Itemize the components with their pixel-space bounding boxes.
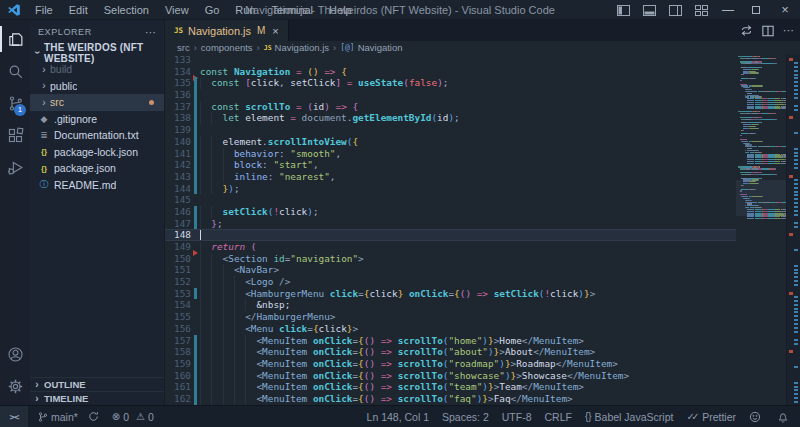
folder-src[interactable]: ›src (30, 94, 164, 111)
eol-setting[interactable]: CRLF (544, 411, 571, 423)
minimize-button[interactable]: — (714, 0, 742, 20)
code-line[interactable]: 149 return ( (165, 241, 736, 253)
code-line[interactable]: 143 inline: "nearest", (165, 171, 736, 183)
ruler-mod-mark (794, 206, 798, 208)
indent-guide (211, 311, 212, 323)
split-editor-icon[interactable] (762, 25, 774, 37)
remote-indicator[interactable]: >< (0, 406, 28, 427)
code-line[interactable]: 147 }; (165, 218, 736, 230)
ruler-del-mark (789, 292, 793, 295)
run-and-debug-icon[interactable] (0, 154, 30, 180)
minimap[interactable] (736, 54, 786, 224)
file-documentation-txt[interactable]: ≣Documentation.txt (30, 127, 164, 144)
code-line[interactable]: 150 <Section id="navigation"> (165, 253, 736, 265)
code-line[interactable]: 161 <MenuItem onClick={() => scrollTo("t… (165, 381, 736, 393)
code-text (200, 229, 736, 241)
toggle-panel-icon[interactable] (636, 0, 662, 20)
outline-section[interactable]: › OUTLINE (30, 377, 164, 391)
code-line[interactable]: 159 <MenuItem onClick={() => scrollTo("r… (165, 358, 736, 370)
code-line[interactable]: 148 (165, 229, 736, 241)
ruler-del-mark (789, 350, 793, 353)
code-line[interactable]: 157 <MenuItem onClick={() => scrollTo("h… (165, 335, 736, 347)
notifications-bell-icon[interactable] (777, 411, 792, 423)
git-gutter-mod (191, 159, 200, 171)
sync-changes-item[interactable] (88, 411, 102, 422)
line-number: 136 (165, 89, 191, 101)
file-package-lock-json[interactable]: {}package-lock.json (30, 144, 164, 161)
menu-edit[interactable]: Edit (61, 0, 96, 20)
more-actions-icon[interactable]: ⋯ (783, 24, 794, 37)
code-line[interactable]: 162 <MenuItem onClick={() => scrollTo("f… (165, 393, 736, 405)
problems-item[interactable]: ⊗ 0 ⚠ 0 (112, 411, 154, 423)
code-line[interactable]: 134const Navigation = () => { (165, 66, 736, 78)
code-line[interactable]: 155 </HamburgerMenu> (165, 311, 736, 323)
file-readme-md[interactable]: ⓘREADME.md (30, 177, 164, 194)
code-line[interactable]: 144 }); (165, 183, 736, 195)
code-line[interactable]: 156 <Menu click={click}> (165, 323, 736, 335)
git-branch-item[interactable]: main* (38, 411, 78, 423)
code-line[interactable]: 141 behavior: "smooth", (165, 148, 736, 160)
extensions-icon[interactable] (0, 122, 30, 148)
source-control-icon[interactable]: 1 (0, 90, 30, 116)
code-line[interactable]: 139 (165, 124, 736, 136)
close-button[interactable]: × (770, 0, 800, 20)
explorer-header[interactable]: EXPLORER ⋯ (30, 20, 164, 44)
menu-view[interactable]: View (157, 0, 197, 20)
code-line[interactable]: 146 setClick(!click); (165, 206, 736, 218)
code-line[interactable]: 133 (165, 54, 736, 66)
code-line[interactable]: 154 &nbsp; (165, 299, 736, 311)
file-package-json[interactable]: {}package.json (30, 160, 164, 177)
code-editor[interactable]: 133134const Navigation = () => {135 cons… (165, 54, 736, 405)
folder-public[interactable]: ›public (30, 78, 164, 95)
feedback-smiley-icon[interactable] (749, 411, 764, 423)
menu-help[interactable]: Help (321, 0, 360, 20)
folder-build[interactable]: ›build (30, 61, 164, 78)
code-line[interactable]: 153 <HamburgerMenu click={click} onClick… (165, 288, 736, 300)
cursor-position[interactable]: Ln 148, Col 1 (367, 411, 429, 423)
code-line[interactable]: 145 (165, 194, 736, 206)
menu-selection[interactable]: Selection (96, 0, 157, 20)
menu-file[interactable]: File (27, 0, 61, 20)
breadcrumb-separator-icon: › (333, 42, 336, 53)
ruler-mod-mark (794, 191, 798, 193)
breadcrumb-item-navigation-js[interactable]: Navigation.js (275, 42, 329, 53)
formatter-item[interactable]: ✓✓ Prettier (686, 411, 736, 423)
line-number: 140 (165, 136, 191, 148)
code-line[interactable]: 142 block: "start", (165, 159, 736, 171)
toggle-sidebar-icon[interactable] (610, 0, 636, 20)
ruler-del-mark (789, 175, 793, 178)
close-tab-icon[interactable]: × (272, 25, 278, 37)
explorer-icon[interactable] (0, 26, 30, 52)
breadcrumb-item-src[interactable]: src (177, 42, 190, 53)
code-line[interactable]: 140 element.scrollIntoView({ (165, 136, 736, 148)
indentation-setting[interactable]: Spaces: 2 (442, 411, 489, 423)
code-line[interactable]: 160 <MenuItem onClick={() => scrollTo("s… (165, 370, 736, 382)
menu-go[interactable]: Go (197, 0, 228, 20)
menu-run[interactable]: Run (227, 0, 263, 20)
workspace-section-header[interactable]: › THE WEIRDOS (NFT WEBSITE) (30, 44, 164, 61)
open-changes-icon[interactable] (740, 24, 753, 37)
code-line[interactable]: 138 let element = document.getElementByI… (165, 112, 736, 124)
code-line[interactable]: 137 const scrollTo = (id) => { (165, 101, 736, 113)
account-icon[interactable] (0, 341, 30, 367)
code-line[interactable]: 152 <Logo /> (165, 276, 736, 288)
encoding-setting[interactable]: UTF-8 (502, 411, 532, 423)
explorer-more-icon[interactable]: ⋯ (145, 26, 156, 39)
code-line[interactable]: 135 const [click, setClick] = useState(f… (165, 77, 736, 89)
code-line[interactable]: 151 <NavBar> (165, 264, 736, 276)
search-icon[interactable] (0, 58, 30, 84)
code-line[interactable]: 136 (165, 89, 736, 101)
file--gitignore[interactable]: ◆.gitignore (30, 111, 164, 128)
menu-terminal[interactable]: Terminal (264, 0, 322, 20)
toggle-secondary-sidebar-icon[interactable] (662, 0, 688, 20)
tab-navigation-js[interactable]: JS Navigation.js M × (165, 20, 289, 41)
timeline-section[interactable]: › TIMELINE (30, 391, 164, 405)
breadcrumb-item-navigation[interactable]: Navigation (358, 42, 403, 53)
customize-layout-icon[interactable] (688, 0, 714, 20)
language-mode[interactable]: {} Babel JavaScript (585, 411, 673, 423)
code-line[interactable]: 158 <MenuItem onClick={() => scrollTo("a… (165, 346, 736, 358)
maximize-button[interactable] (742, 0, 770, 20)
breadcrumb-item-components[interactable]: components (201, 42, 253, 53)
settings-gear-icon[interactable] (0, 373, 30, 399)
git-gutter (191, 253, 200, 265)
